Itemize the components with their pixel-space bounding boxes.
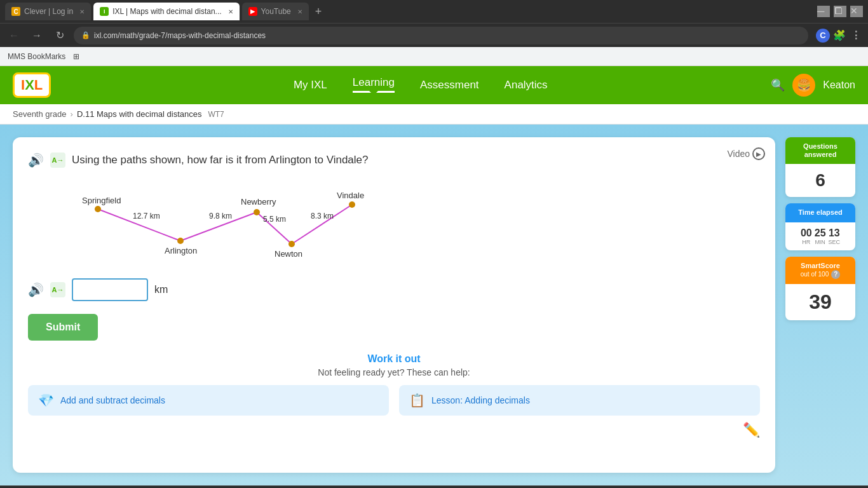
close-window-button[interactable]: ✕ [850, 6, 863, 17]
back-button[interactable]: ← [5, 27, 23, 44]
tab-title-youtube: YouTube [261, 7, 291, 16]
time-minutes: 25 MIN [815, 227, 826, 245]
taskbar: ○ 😊 🍕 💻 📋 Nov 14 8:53 EXTD 🔋 🔒 [0, 485, 868, 488]
forward-button[interactable]: → [28, 27, 46, 44]
tab-clever[interactable]: C Clever | Log in ✕ [5, 3, 91, 20]
pencil-area: ✏️ [28, 422, 760, 438]
bookmark-grid-icon: ⊞ [73, 52, 79, 61]
edge-label-9: 9.8 km [209, 212, 232, 220]
ixl-nav: My IXL Learning Assessment Analytics [70, 76, 771, 94]
answer-input[interactable] [72, 278, 148, 301]
tab-close-clever[interactable]: ✕ [79, 8, 85, 15]
label-springfield: Springfield [82, 196, 121, 205]
tab-title-clever: Clever | Log in [24, 7, 73, 16]
logo-l: L [34, 77, 43, 93]
tab-close-ixl[interactable]: ✕ [228, 8, 233, 15]
answer-sound-icon[interactable]: 🔊 [28, 282, 44, 297]
label-newton: Newton [275, 249, 302, 259]
video-label: Video [727, 149, 750, 159]
answer-area: 🔊 A→ km [28, 278, 760, 301]
extension-puzzle[interactable]: 🧩 [832, 29, 846, 43]
node-springfield [95, 206, 101, 212]
help-link-lesson[interactable]: 📋 Lesson: Adding decimals [399, 385, 760, 416]
tab-close-youtube[interactable]: ✕ [297, 8, 302, 15]
extension-menu[interactable]: ⋮ [849, 29, 863, 43]
time-hr-value: 00 [801, 227, 812, 239]
question-text: Using the paths shown, how far is it fro… [72, 152, 369, 168]
work-it-out-subtitle: Not feeling ready yet? These can help: [28, 367, 760, 377]
time-hr-label: HR [801, 239, 812, 245]
bookmark-grid[interactable]: ⊞ [73, 52, 79, 61]
smart-score-card: SmartScore out of 100 ? 39 [785, 257, 855, 320]
info-icon[interactable]: ? [831, 270, 840, 279]
extension-icons: C 🧩 ⋮ [816, 29, 863, 43]
help-link-add-subtract[interactable]: 💎 Add and subtract decimals [28, 385, 389, 416]
smart-score-title: SmartScore [793, 262, 848, 270]
nav-assessment[interactable]: Assessment [420, 76, 479, 94]
url-bar[interactable]: 🔒 ixl.com/math/grade-7/maps-with-decimal… [74, 27, 808, 44]
breadcrumb-arrow: › [71, 109, 73, 119]
user-name[interactable]: Keaton [823, 79, 855, 91]
edge-label-8: 8.3 km [311, 212, 334, 220]
tab-favicon-clever: C [11, 7, 20, 16]
time-elapsed-title: Time elapsed [793, 208, 848, 217]
bookmark-mms[interactable]: MMS BookMarks [8, 52, 65, 61]
edge-label-12: 12.7 km [133, 212, 160, 220]
pencil-button[interactable]: ✏️ [743, 422, 760, 438]
extension-c[interactable]: C [816, 29, 830, 43]
browser-chrome: C Clever | Log in ✕ I IXL | Maps with de… [0, 0, 868, 23]
minimize-button[interactable]: ─ [817, 6, 830, 17]
label-arlington: Arlington [165, 246, 197, 255]
maximize-button[interactable]: ⧠ [834, 6, 846, 17]
help-links: 💎 Add and subtract decimals 📋 Lesson: Ad… [28, 385, 760, 416]
help-link-label-2: Lesson: Adding decimals [431, 395, 530, 405]
work-it-out-title: Work it out [28, 353, 760, 365]
question-header: 🔊 A→ Using the paths shown, how far is i… [28, 152, 760, 168]
tab-youtube[interactable]: ▶ YouTube ✕ [242, 3, 309, 20]
ixl-logo[interactable]: IXL [13, 72, 51, 98]
submit-button[interactable]: Submit [28, 314, 98, 341]
node-arlington [177, 238, 184, 244]
video-play-icon: ▶ [752, 147, 765, 160]
questions-answered-header: Questions answered [785, 137, 855, 164]
bookmarks-bar: MMS BookMarks ⊞ [0, 47, 868, 66]
nav-analytics[interactable]: Analytics [505, 76, 548, 94]
new-tab-button[interactable]: + [311, 5, 326, 18]
nav-my-ixl[interactable]: My IXL [294, 76, 327, 94]
node-vindale [349, 201, 355, 208]
translate-icon[interactable]: A→ [50, 152, 65, 168]
answer-translate-icon[interactable]: A→ [50, 282, 65, 297]
tab-favicon-youtube: ▶ [248, 7, 257, 16]
video-button[interactable]: Video ▶ [727, 147, 765, 160]
smart-score-header: SmartScore out of 100 ? [785, 257, 855, 284]
bookmark-mms-label: MMS BookMarks [8, 52, 65, 61]
breadcrumb-current: D.11 Maps with decimal distances [77, 109, 202, 119]
user-avatar[interactable]: 🍔 [792, 74, 815, 97]
breadcrumb-parent[interactable]: Seventh grade [13, 109, 67, 119]
smart-score-label: SmartScore [801, 262, 840, 269]
work-it-out: Work it out Not feeling ready yet? These… [28, 353, 760, 416]
secure-icon: 🔒 [81, 31, 90, 39]
search-button[interactable]: 🔍 [771, 78, 785, 92]
time-display: 00 HR 25 MIN 13 SEC [785, 222, 855, 250]
map-area: 12.7 km 9.8 km 5.5 km 8.3 km Springfield… [47, 180, 760, 266]
sidebar: Questions answered 6 Time elapsed 00 HR … [785, 137, 855, 473]
time-hours: 00 HR [801, 227, 812, 245]
node-newberry [254, 209, 260, 215]
tab-title-ixl: IXL | Maps with decimal distan... [112, 7, 221, 16]
time-min-label: MIN [815, 239, 826, 245]
smart-score-subheader: out of 100 ? [793, 270, 848, 279]
tab-ixl[interactable]: I IXL | Maps with decimal distan... ✕ [93, 3, 239, 20]
breadcrumb-code: WT7 [208, 110, 224, 119]
questions-answered-title: Questions answered [793, 142, 848, 159]
reload-button[interactable]: ↻ [51, 27, 69, 44]
edge-label-5: 5.5 km [263, 215, 286, 224]
help-link-icon-diamond: 💎 [38, 393, 54, 408]
help-link-label-1: Add and subtract decimals [60, 395, 165, 405]
time-elapsed-card: Time elapsed 00 HR 25 MIN 13 SEC [785, 203, 855, 250]
answer-unit: km [154, 284, 168, 295]
sound-icon[interactable]: 🔊 [28, 152, 44, 168]
main-content: Video ▶ 🔊 A→ Using the paths shown, how … [0, 125, 868, 485]
address-bar: ← → ↻ 🔒 ixl.com/math/grade-7/maps-with-d… [0, 23, 868, 47]
question-card: Video ▶ 🔊 A→ Using the paths shown, how … [13, 137, 775, 473]
